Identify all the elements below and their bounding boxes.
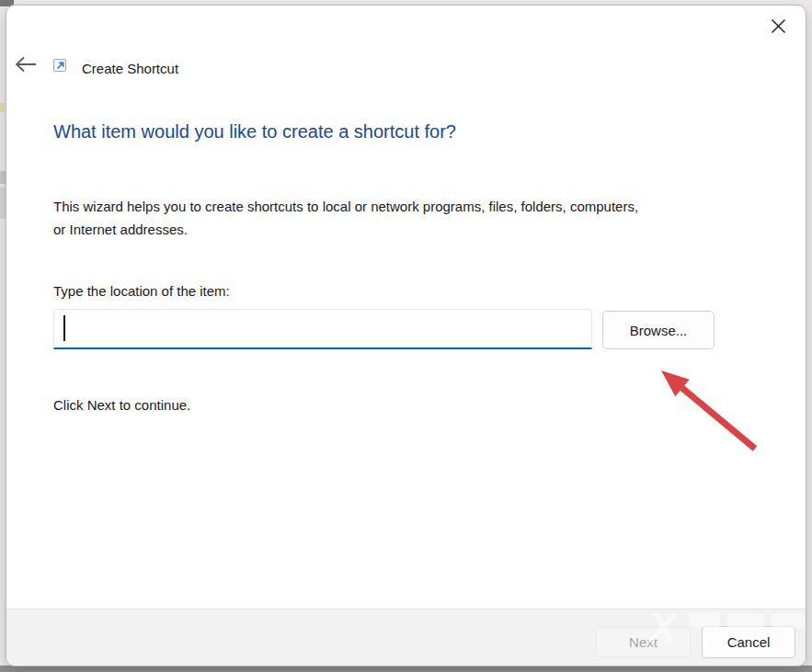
shortcut-overlay-icon: [53, 59, 66, 72]
back-arrow-icon: [15, 56, 37, 75]
create-shortcut-dialog: Create Shortcut What item would you like…: [6, 5, 806, 666]
description-line: or Internet addresses.: [53, 218, 780, 241]
text-caret: [63, 315, 65, 341]
next-button[interactable]: Next: [596, 627, 691, 657]
wizard-heading: What item would you like to create a sho…: [53, 121, 771, 142]
browse-button[interactable]: Browse...: [602, 311, 715, 349]
desktop-background-strip: [0, 666, 812, 672]
location-label: Type the location of the item:: [53, 283, 230, 299]
background-artifact: [0, 103, 5, 112]
description-line: This wizard helps you to create shortcut…: [53, 195, 780, 218]
close-icon: [771, 18, 786, 37]
next-hint-text: Click Next to continue.: [53, 397, 190, 413]
wizard-description: This wizard helps you to create shortcut…: [53, 195, 780, 241]
red-annotation-arrow: [635, 350, 773, 465]
close-button[interactable]: [762, 13, 794, 42]
location-input[interactable]: [53, 309, 592, 349]
back-button[interactable]: [10, 50, 41, 81]
dialog-title: Create Shortcut: [82, 57, 178, 79]
cancel-button[interactable]: Cancel: [702, 626, 795, 658]
